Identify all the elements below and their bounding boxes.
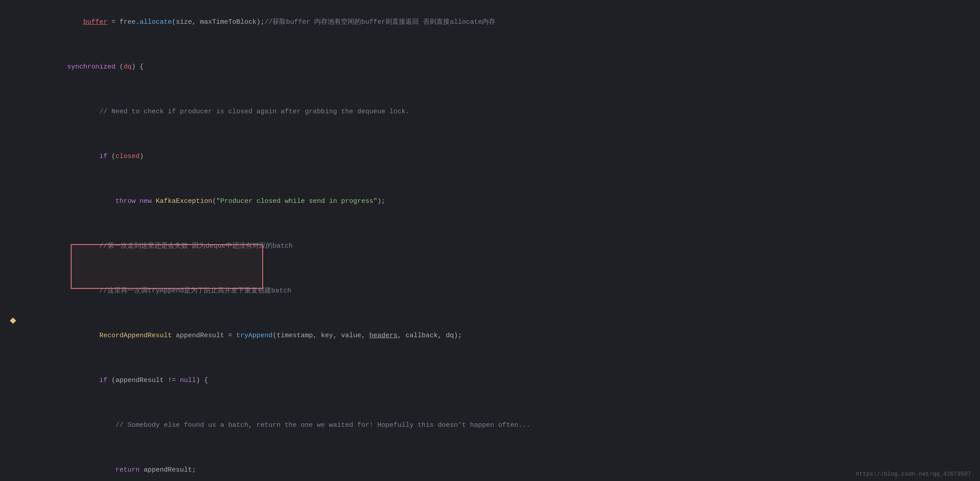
code-line: // Somebody else found us a batch, retur… (0, 403, 980, 448)
code-text (51, 198, 115, 205)
code-text (51, 63, 67, 71)
code-text: allocate (140, 18, 172, 26)
code-text: throw (115, 198, 136, 205)
code-text: dq (124, 63, 132, 71)
code-content: if (closed) (22, 135, 980, 178)
code-line: throw new KafkaException("Producer close… (0, 179, 980, 224)
code-text: //第一次走到这里还是会失败 因为deque中还没有对应的batch (99, 242, 293, 250)
code-text: //这里再一次调tryAppend是为了防止高并发下重复创建batch (99, 287, 291, 295)
code-text (136, 198, 140, 205)
code-container: buffer = free.allocate(size, maxTimeToBl… (0, 0, 980, 481)
code-content: throw new KafkaException("Producer close… (22, 180, 980, 223)
code-text: ) (140, 153, 144, 160)
code-text: (timestamp, key, value, (273, 332, 369, 339)
code-text: ) { (132, 63, 144, 71)
code-text (51, 377, 99, 384)
code-line: synchronized (dq) { (0, 45, 980, 90)
code-text: = free. (107, 18, 140, 26)
code-text (152, 198, 156, 205)
code-text: "Producer closed while send in progress" (216, 198, 377, 205)
code-text (51, 332, 99, 339)
code-text: ); (377, 198, 385, 205)
code-text (51, 18, 83, 26)
code-text: new (140, 198, 152, 205)
code-text (51, 108, 99, 116)
code-line: //第一次走到这里还是会失败 因为deque中还没有对应的batch (0, 224, 980, 269)
code-text: RecordAppendResult (99, 332, 172, 339)
code-text: (size, maxTimeToBlock); (172, 18, 264, 26)
code-content: RecordAppendResult appendResult = tryApp… (22, 314, 980, 357)
code-text: buffer (83, 18, 107, 26)
code-content: if (appendResult != null) { (22, 359, 980, 402)
code-text: return (115, 466, 140, 474)
code-line: if (closed) (0, 134, 980, 179)
code-line: return appendResult; (0, 448, 980, 481)
code-text: headers (369, 332, 397, 339)
code-text: // Need to check if producer is closed a… (99, 108, 409, 116)
code-text: KafkaException (156, 198, 212, 205)
url-bar: https://blog.csdn.net/qq_42673507 (856, 471, 971, 477)
code-text: ( (107, 153, 115, 160)
code-content: // Somebody else found us a batch, retur… (22, 404, 980, 447)
code-line: buffer = free.allocate(size, maxTimeToBl… (0, 0, 980, 45)
code-text: appendResult; (140, 466, 196, 474)
code-content: // Need to check if producer is closed a… (22, 90, 980, 133)
code-text: ( (115, 63, 124, 71)
code-text: null (180, 377, 196, 384)
code-line: RecordAppendResult appendResult = tryApp… (0, 314, 980, 358)
code-text: ) { (196, 377, 208, 384)
code-text: if (99, 153, 107, 160)
code-text: synchronized (67, 63, 115, 71)
code-text: tryAppend (236, 332, 273, 339)
code-text: if (99, 377, 107, 384)
code-text: //获取buffer 内存池有空闲的buffer则直接返回 否则直接alloca… (264, 18, 495, 26)
code-content: buffer = free.allocate(size, maxTimeToBl… (22, 1, 980, 44)
code-text: // Somebody else found us a batch, retur… (115, 421, 530, 429)
code-content: //这里再一次调tryAppend是为了防止高并发下重复创建batch (22, 270, 980, 313)
code-line: if (appendResult != null) { (0, 358, 980, 403)
code-text: closed (115, 153, 140, 160)
code-text: appendResult = (172, 332, 236, 339)
breakpoint-icon (10, 318, 16, 324)
code-text (51, 421, 115, 429)
code-text (51, 287, 99, 295)
code-line: // Need to check if producer is closed a… (0, 90, 980, 134)
code-text (51, 466, 115, 474)
code-text (51, 242, 99, 250)
url-text: https://blog.csdn.net/qq_42673507 (856, 471, 971, 477)
code-text (51, 153, 99, 160)
code-line: //这里再一次调tryAppend是为了防止高并发下重复创建batch (0, 269, 980, 314)
code-content: //第一次走到这里还是会失败 因为deque中还没有对应的batch (22, 225, 980, 268)
code-content: return appendResult; (22, 449, 980, 481)
line-gutter (0, 318, 22, 323)
code-text: , callback, dq); (397, 332, 462, 339)
code-text: (appendResult != (107, 377, 180, 384)
code-content: synchronized (dq) { (22, 46, 980, 89)
code-text: ( (212, 198, 216, 205)
